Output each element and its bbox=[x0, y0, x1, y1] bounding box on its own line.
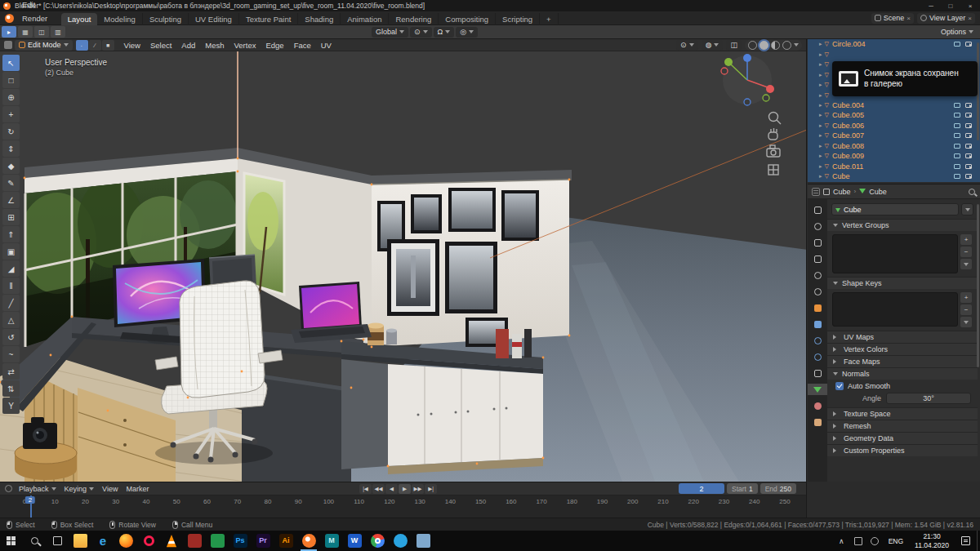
viewport-visibility-icon[interactable] bbox=[954, 113, 960, 118]
shrink-fatten-tool[interactable]: ⇅ bbox=[2, 380, 20, 397]
viewport-3d[interactable]: Edit Mode ∙ ∕ ■ ViewSelectAddMeshVertexE… bbox=[0, 39, 807, 482]
scene-selector[interactable]: Scene × bbox=[871, 13, 914, 24]
render-visibility-icon[interactable] bbox=[965, 103, 972, 108]
tray-network-icon[interactable] bbox=[854, 537, 862, 545]
start-frame-field[interactable]: Start1 bbox=[727, 483, 758, 494]
language-indicator[interactable]: ENG bbox=[883, 537, 909, 545]
playhead-frame-label[interactable]: 2 bbox=[25, 496, 35, 504]
viewport-visibility-icon[interactable] bbox=[954, 103, 960, 108]
wireframe-shading-icon[interactable] bbox=[748, 41, 757, 50]
expand-icon[interactable]: ▸ bbox=[819, 122, 822, 129]
task-view-button[interactable] bbox=[46, 531, 69, 551]
green-app-icon[interactable] bbox=[206, 531, 229, 551]
mode-dropdown[interactable]: Edit Mode bbox=[15, 40, 73, 51]
blue-folder-icon[interactable] bbox=[412, 531, 434, 551]
material-shading-icon[interactable] bbox=[771, 41, 780, 50]
rotate-tool[interactable]: ↻ bbox=[2, 123, 20, 140]
section-vertex-groups[interactable]: Vertex Groups bbox=[827, 219, 978, 231]
tab-scene[interactable] bbox=[808, 269, 827, 281]
tab-modifiers[interactable] bbox=[808, 318, 827, 330]
edge-icon[interactable]: e bbox=[91, 531, 114, 551]
snap-toggle[interactable]: Ω bbox=[434, 27, 455, 38]
section-normals[interactable]: Normals bbox=[827, 367, 978, 380]
screenshot-toast[interactable]: Снимок экрана сохранен в галерею bbox=[832, 61, 978, 96]
section-texture-space[interactable]: Texture Space bbox=[827, 407, 978, 420]
add-cube-tool[interactable]: ⊞ bbox=[2, 209, 20, 225]
poly-build-tool[interactable]: △ bbox=[2, 312, 20, 328]
tab-object[interactable] bbox=[808, 302, 827, 313]
workspace-tab[interactable]: + bbox=[540, 13, 559, 25]
properties-scrollbar[interactable] bbox=[977, 204, 979, 367]
transform-tool[interactable]: ◆ bbox=[2, 158, 20, 174]
timeline-menu-item[interactable]: Marker bbox=[122, 485, 153, 493]
current-frame-field[interactable]: 2 bbox=[679, 483, 724, 494]
active-tool-icon[interactable]: ▸ bbox=[2, 26, 16, 38]
section-face-maps[interactable]: Face Maps bbox=[827, 355, 978, 367]
expand-icon[interactable]: ▸ bbox=[819, 112, 822, 118]
maximize-button[interactable]: □ bbox=[941, 0, 960, 11]
outliner-row[interactable]: ▸ ▽ Circle.004 bbox=[808, 39, 980, 50]
knife-tool[interactable]: ╱ bbox=[2, 295, 20, 311]
prev-keyframe-button[interactable]: ◀◀ bbox=[372, 484, 385, 494]
render-visibility-icon[interactable] bbox=[965, 144, 972, 149]
menu-item[interactable]: Render bbox=[17, 11, 55, 25]
premiere-icon[interactable]: Pr bbox=[252, 531, 274, 551]
render-visibility-icon[interactable] bbox=[965, 42, 972, 47]
render-visibility-icon[interactable] bbox=[965, 174, 972, 179]
options-dropdown[interactable]: Options bbox=[941, 28, 973, 36]
render-visibility-icon[interactable] bbox=[965, 153, 972, 158]
outliner-row[interactable]: ▸ ▽ Cube.007 bbox=[808, 131, 980, 141]
next-keyframe-button[interactable]: ▶▶ bbox=[412, 484, 424, 494]
scene-unlink-icon[interactable]: × bbox=[906, 15, 911, 22]
render-visibility-icon[interactable] bbox=[965, 113, 972, 118]
outliner-row[interactable]: ▸ ▽ Cube.004 bbox=[808, 100, 980, 111]
outliner-row[interactable]: ▸ ▽ Cube.008 bbox=[808, 141, 980, 152]
firefox-icon[interactable] bbox=[114, 531, 137, 551]
outliner-row[interactable]: ▸ ▽ Cube.009 bbox=[808, 151, 980, 162]
close-button[interactable]: × bbox=[960, 0, 980, 11]
measure-tool[interactable]: ∠ bbox=[2, 192, 20, 208]
viewport-menu-item[interactable]: Select bbox=[145, 41, 176, 50]
workspace-tab[interactable]: Layout bbox=[61, 13, 98, 25]
render-visibility-icon[interactable] bbox=[965, 133, 972, 138]
scale-tool[interactable]: ⇕ bbox=[2, 140, 20, 157]
tab-physics[interactable] bbox=[808, 351, 827, 362]
timeline-menu-item[interactable]: View bbox=[98, 485, 122, 493]
section-shape-keys[interactable]: Shape Keys bbox=[827, 277, 978, 289]
loop-cut-tool[interactable]: ‖ bbox=[2, 278, 20, 294]
workspace-tab[interactable]: UV Editing bbox=[189, 13, 239, 25]
section-remesh[interactable]: Remesh bbox=[827, 420, 978, 432]
tool-option-icon[interactable]: ▦ bbox=[18, 26, 33, 38]
section-uv-maps[interactable]: UV Maps bbox=[827, 331, 978, 343]
timeline-menu-item[interactable]: Keying bbox=[60, 485, 99, 493]
edge-select-icon[interactable]: ∕ bbox=[89, 40, 101, 51]
outliner-row[interactable]: ▸ ▽ Cube.005 bbox=[808, 110, 980, 121]
viewport-visibility-icon[interactable] bbox=[954, 42, 960, 47]
start-button[interactable] bbox=[0, 531, 23, 551]
viewport-canvas[interactable] bbox=[0, 51, 807, 482]
teal-m-app-icon[interactable]: M bbox=[320, 531, 343, 551]
rip-region-tool[interactable]: Y bbox=[2, 398, 20, 414]
viewport-menu-item[interactable]: Face bbox=[289, 41, 316, 50]
datablock-menu-button[interactable] bbox=[961, 203, 973, 216]
show-gizmo-dropdown[interactable]: ⊙ bbox=[676, 40, 698, 51]
face-select-icon[interactable]: ■ bbox=[102, 40, 114, 51]
outliner-row[interactable]: ▸ ▽ Cube bbox=[808, 171, 980, 182]
blender-icon[interactable] bbox=[297, 531, 320, 551]
play-button[interactable]: ▶ bbox=[399, 484, 411, 494]
pivot-point-dropdown[interactable]: ⊙ bbox=[410, 27, 432, 38]
tab-particles[interactable] bbox=[808, 335, 827, 346]
section-vertex-colors[interactable]: Vertex Colors bbox=[827, 343, 978, 355]
expand-icon[interactable]: ▸ bbox=[819, 102, 822, 109]
move-tool[interactable]: + bbox=[2, 106, 20, 122]
telegram-icon[interactable] bbox=[389, 531, 412, 551]
workspace-tab[interactable]: Texture Paint bbox=[239, 13, 298, 25]
datablock-name-field[interactable]: Cube bbox=[831, 203, 959, 216]
viewport-menu-item[interactable]: Mesh bbox=[200, 41, 229, 50]
vertex-group-specials-button[interactable] bbox=[960, 259, 972, 269]
play-reverse-button[interactable]: ◀ bbox=[385, 484, 398, 494]
editor-type-icon[interactable] bbox=[812, 188, 820, 196]
section-custom-properties[interactable]: Custom Properties bbox=[827, 444, 978, 456]
workspace-tab[interactable]: Scripting bbox=[496, 13, 540, 25]
transform-orientation-dropdown[interactable]: Global bbox=[372, 27, 408, 38]
